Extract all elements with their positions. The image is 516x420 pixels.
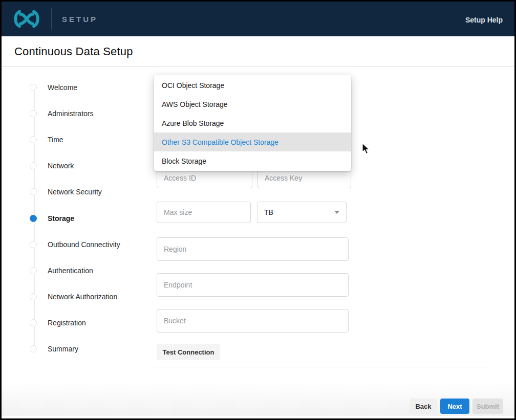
option-oci-object-storage[interactable]: OCI Object Storage xyxy=(154,76,351,95)
setup-wizard-window: SETUP Setup Help Continuous Data Setup W… xyxy=(0,0,516,420)
test-connection-button[interactable]: Test Connection xyxy=(157,344,220,360)
next-button[interactable]: Next xyxy=(440,399,469,414)
step-circle-icon xyxy=(30,267,37,274)
header-divider xyxy=(51,8,52,30)
step-circle-icon xyxy=(30,136,37,143)
bucket-input[interactable] xyxy=(157,309,349,333)
step-circle-icon xyxy=(30,319,37,326)
step-label: Authentication xyxy=(48,267,93,275)
step-registration[interactable]: Registration xyxy=(30,310,120,336)
step-welcome[interactable]: Welcome xyxy=(30,74,120,100)
step-label: Administrators xyxy=(48,109,93,118)
wizard-stepper: Welcome Administrators Time Network Netw… xyxy=(30,74,120,362)
option-other-s3-compatible[interactable]: Other S3 Compatible Object Storage xyxy=(154,132,351,151)
mouse-cursor-icon xyxy=(362,143,371,157)
step-label: Network xyxy=(48,162,74,170)
step-outbound-connectivity[interactable]: Outbound Connectivity xyxy=(30,231,120,257)
step-summary[interactable]: Summary xyxy=(30,336,120,362)
content-area: Welcome Administrators Time Network Netw… xyxy=(2,67,514,416)
submit-button[interactable]: Submit xyxy=(472,399,503,414)
step-circle-icon xyxy=(30,188,37,195)
chevron-down-icon xyxy=(334,211,339,214)
step-authentication[interactable]: Authentication xyxy=(30,257,120,283)
step-label: Summary xyxy=(48,345,78,353)
step-circle-icon xyxy=(30,293,37,300)
max-size-input[interactable] xyxy=(157,202,251,223)
step-circle-icon xyxy=(30,241,37,248)
endpoint-input[interactable] xyxy=(157,273,349,297)
wizard-footer: Back Next Submit xyxy=(2,367,514,416)
step-network-security[interactable]: Network Security xyxy=(30,179,120,205)
option-azure-blob-storage[interactable]: Azure Blob Storage xyxy=(154,114,351,132)
step-label: Network Security xyxy=(48,188,102,196)
step-administrators[interactable]: Administrators xyxy=(30,100,120,126)
step-network-authorization[interactable]: Network Authorization xyxy=(30,284,120,310)
brand-title: SETUP xyxy=(62,15,98,24)
step-network[interactable]: Network xyxy=(30,153,120,179)
storage-type-dropdown-menu: OCI Object Storage AWS Object Storage Az… xyxy=(154,75,351,171)
title-bar: Continuous Data Setup xyxy=(2,36,514,67)
step-label: Network Authorization xyxy=(48,293,117,301)
sidebar-divider xyxy=(141,72,141,389)
step-label: Storage xyxy=(48,214,74,223)
size-unit-select[interactable]: TB xyxy=(257,202,347,223)
option-aws-object-storage[interactable]: AWS Object Storage xyxy=(154,95,351,114)
step-storage[interactable]: Storage xyxy=(30,205,120,231)
step-circle-icon xyxy=(30,110,37,117)
region-input[interactable] xyxy=(157,237,349,261)
step-label: Welcome xyxy=(48,83,77,92)
step-circle-icon xyxy=(30,162,37,169)
step-circle-icon xyxy=(30,345,37,352)
app-header: SETUP Setup Help xyxy=(2,2,514,36)
step-label: Time xyxy=(48,136,63,144)
back-button[interactable]: Back xyxy=(410,399,437,414)
step-circle-icon xyxy=(30,84,37,91)
step-label: Outbound Connectivity xyxy=(48,240,120,249)
setup-help-link[interactable]: Setup Help xyxy=(465,16,503,24)
size-unit-value: TB xyxy=(264,208,273,216)
step-circle-active-icon xyxy=(30,215,37,222)
page-title: Continuous Data Setup xyxy=(14,45,133,58)
step-time[interactable]: Time xyxy=(30,126,120,152)
step-label: Registration xyxy=(48,319,86,327)
option-block-storage[interactable]: Block Storage xyxy=(154,151,351,170)
delphix-logo-icon xyxy=(12,9,45,29)
